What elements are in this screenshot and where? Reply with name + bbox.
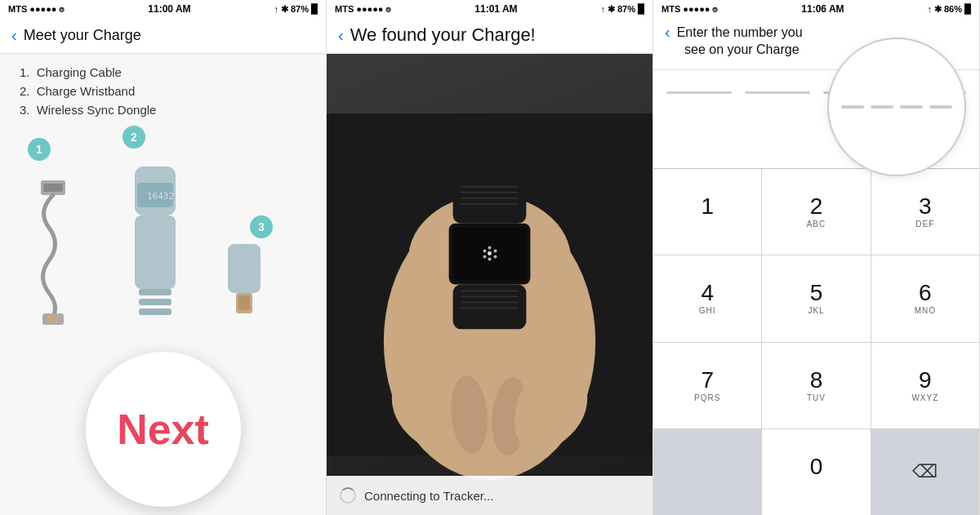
item-num-3: 3. — [20, 103, 30, 117]
wifi-icon-3: ⌾ — [712, 4, 718, 14]
panel1-content: 1. Charging Cable 2. Charge Wristband 3.… — [0, 54, 326, 515]
pin-dash-m4 — [929, 105, 952, 109]
key-letters-3: DEF — [915, 220, 934, 229]
wrist-photo — [327, 54, 653, 515]
key-4[interactable]: 4 GHI — [653, 255, 761, 341]
svg-text:16432: 16432 — [147, 191, 174, 202]
battery-icon-1: ▉ — [311, 4, 318, 15]
key-6[interactable]: 6 MNO — [871, 255, 979, 341]
back-button-2[interactable]: ‹ — [338, 26, 344, 45]
carrier-3: MTS — [662, 4, 680, 14]
key-num-8: 8 — [810, 369, 823, 392]
signal-icon-3: ●●●●● — [683, 4, 710, 14]
key-delete[interactable]: ⌫ — [871, 429, 979, 515]
item-num-1: 1. — [20, 65, 30, 79]
key-0[interactable]: 0 — [762, 429, 870, 515]
item-label-3: Wireless Sync Dongle — [37, 103, 157, 117]
connecting-text: Connecting to Tracker... — [364, 489, 493, 503]
key-letters-8: TUV — [807, 393, 826, 402]
bluetooth-icon-1: ✱ — [281, 4, 288, 15]
key-num-4: 4 — [701, 282, 714, 304]
key-7[interactable]: 7 PQRS — [653, 343, 761, 428]
svg-rect-9 — [139, 299, 172, 305]
page-title-3a: Enter the number you — [677, 24, 803, 40]
key-9[interactable]: 9 WXYZ — [871, 343, 979, 428]
panel3-content: Not working? 1 2 ABC 3 DEF 4 GHI 5 — [653, 70, 979, 515]
next-button[interactable]: Next — [86, 352, 241, 507]
svg-point-25 — [488, 246, 492, 250]
key-5[interactable]: 5 JKL — [762, 255, 870, 341]
panel-enter-pin: MTS ●●●●● ⌾ 11:06 AM ↑ ✱ 86% ▉ ‹ Enter t… — [653, 0, 980, 515]
status-left-2: MTS ●●●●● ⌾ — [335, 4, 391, 14]
key-num-6: 6 — [919, 282, 932, 304]
key-3[interactable]: 3 DEF — [871, 169, 979, 255]
key-letters-5: JKL — [808, 306, 824, 315]
list-item-1: 1. Charging Cable — [16, 65, 310, 79]
back-button-1[interactable]: ‹ — [11, 26, 17, 45]
pin-dash-m1 — [841, 105, 864, 109]
page-title-1: Meet your Charge — [24, 27, 141, 45]
key-1[interactable]: 1 — [653, 169, 761, 255]
key-num-7: 7 — [701, 369, 714, 392]
carrier-1: MTS — [8, 4, 27, 14]
time-2: 11:01 AM — [474, 3, 517, 15]
signal-icon-2: ●●●●● — [356, 4, 383, 14]
key-letters-9: WXYZ — [911, 393, 938, 402]
item-label-2: Charge Wristband — [37, 84, 136, 98]
key-num-5: 5 — [810, 282, 823, 304]
time-3: 11:06 AM — [801, 3, 844, 15]
battery-icon-3: ▉ — [964, 4, 971, 15]
usb-cable — [24, 179, 106, 326]
svg-rect-3 — [47, 316, 59, 322]
pin-dash-m3 — [900, 105, 923, 109]
nav-title-3b-row: see on your Charge — [665, 42, 800, 57]
status-left-1: MTS ●●●●● ⌾ — [8, 4, 65, 14]
svg-point-21 — [493, 250, 497, 253]
battery-3: 86% — [944, 4, 962, 14]
location-icon-1: ↑ — [274, 4, 278, 14]
status-bar-2: MTS ●●●●● ⌾ 11:01 AM ↑ ✱ 87% ▉ — [327, 0, 653, 18]
wireless-dongle — [212, 236, 277, 317]
svg-point-26 — [488, 258, 492, 261]
key-letters-4: GHI — [699, 306, 716, 315]
key-letters-7: PQRS — [694, 393, 720, 402]
pin-dash-1 — [666, 91, 732, 94]
carrier-2: MTS — [335, 4, 354, 14]
page-title-2: We found your Charge! — [350, 24, 536, 46]
badge-3: 3 — [250, 215, 273, 238]
status-bar-3: MTS ●●●●● ⌾ 11:06 AM ↑ ✱ 86% ▉ — [653, 0, 979, 18]
panel-found-charge: MTS ●●●●● ⌾ 11:01 AM ↑ ✱ 87% ▉ ‹ We foun… — [327, 0, 653, 515]
svg-rect-17 — [453, 179, 527, 224]
delete-icon: ⌫ — [912, 461, 938, 482]
next-label: Next — [117, 405, 209, 454]
svg-rect-13 — [238, 295, 250, 310]
nav-bar-2: ‹ We found your Charge! — [327, 18, 653, 54]
pin-area: Not working? — [653, 70, 979, 168]
status-right-3: ↑ ✱ 86% ▉ — [927, 4, 971, 15]
list-item-2: 2. Charge Wristband — [16, 84, 310, 98]
battery-1: 87% — [291, 4, 309, 14]
svg-rect-10 — [139, 309, 172, 315]
connecting-banner: Connecting to Tracker... — [327, 476, 653, 515]
battery-icon-2: ▉ — [638, 4, 644, 15]
key-letters-2: ABC — [807, 220, 826, 229]
charge-wristband: 16432 — [106, 162, 204, 326]
signal-icon-1: ●●●●● — [29, 4, 56, 14]
panel2-content: Connecting to Tracker... — [327, 54, 653, 515]
nav-bar-1: ‹ Meet your Charge — [0, 18, 326, 54]
key-8[interactable]: 8 TUV — [762, 343, 870, 428]
pin-dashes-magnified — [841, 105, 952, 109]
time-1: 11:00 AM — [148, 3, 190, 15]
wifi-icon-2: ⌾ — [385, 4, 391, 14]
svg-rect-11 — [228, 244, 261, 293]
key-2[interactable]: 2 ABC — [762, 169, 870, 255]
items-list: 1. Charging Cable 2. Charge Wristband 3.… — [16, 65, 310, 122]
badge-2: 2 — [122, 126, 145, 149]
magnifier-circle — [827, 38, 966, 176]
key-num-3: 3 — [919, 195, 932, 218]
svg-point-24 — [483, 255, 487, 259]
battery-2: 87% — [617, 4, 635, 14]
back-button-3[interactable]: ‹ — [665, 23, 670, 42]
magnifier-content — [841, 105, 952, 109]
status-left-3: MTS ●●●●● ⌾ — [662, 4, 718, 14]
